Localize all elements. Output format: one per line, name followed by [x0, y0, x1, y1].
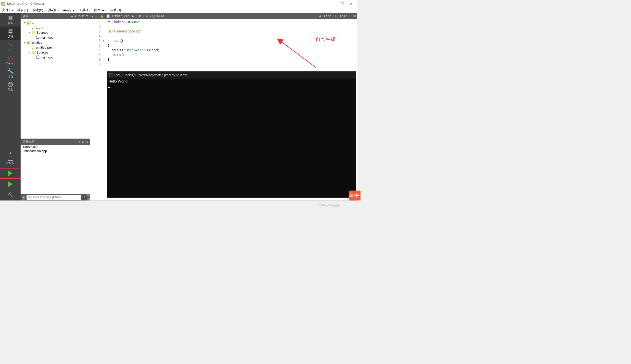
sogou-ime-icon[interactable]: S 中 — [349, 190, 360, 200]
tree-item-label: 1.pro — [36, 26, 43, 30]
console-title-text: F:\qt_1\Tools\QtCreator\bin\qtcreator_pr… — [114, 73, 187, 77]
line-col-indicator[interactable]: Line: 1, Col: 1 — [324, 14, 351, 18]
play-debug-icon — [8, 182, 13, 187]
fold-gutter: ▾ — [103, 19, 106, 200]
tree-item[interactable]: ▾1 — [21, 20, 90, 25]
symbol-hash: # — [146, 14, 148, 18]
tree-item[interactable]: ▾Sources — [21, 50, 90, 55]
line-number-gutter: 12345678910 — [90, 19, 103, 200]
editor-split-button[interactable]: ⊞ — [353, 14, 356, 18]
filter-icon[interactable]: ▼ — [74, 14, 77, 18]
split-icon[interactable]: ⊞ — [82, 140, 84, 144]
tree-item[interactable]: ▾Sources — [21, 30, 90, 35]
annotation-text: 自己生成 — [316, 37, 335, 42]
menu-analyze[interactable]: Analyze — [63, 8, 74, 12]
tree-item[interactable]: ▾untitled — [21, 40, 90, 45]
project-tree: ▾11.pro▾Sourcesmain.cpp▾untitleduntitled… — [21, 19, 90, 138]
search-icon: 🔍 — [28, 196, 32, 199]
mode-welcome[interactable]: ▦ 欢迎 — [0, 13, 21, 26]
opendoc-item[interactable]: untitled/main.cpp — [21, 149, 90, 153]
menu-tools[interactable]: 工具(T) — [79, 8, 90, 12]
project-folder-icon — [28, 41, 31, 44]
console-output-text: Hello World! — [108, 79, 129, 83]
run-debug-button[interactable] — [0, 179, 21, 190]
open-documents-list: 1/main.cpp untitled/main.cpp — [21, 145, 90, 194]
document-icon: ▤ — [8, 28, 13, 34]
menu-file[interactable]: 文件(F) — [2, 8, 13, 12]
menu-edit[interactable]: 编辑(E) — [17, 8, 28, 12]
link-icon[interactable]: ⧉ — [79, 14, 81, 18]
editor-toolbar: ◂ ▸ 🔓 1/main.cpp ≑ | ✕ | # <选择符号> ≑ Line… — [90, 13, 357, 19]
tree-item[interactable]: untitled.pro — [21, 45, 90, 50]
editor-close-button[interactable]: ✕ — [139, 14, 141, 18]
window-title: 1/main.cpp @ 1 - Qt Creator — [7, 2, 44, 6]
dropdown-icon[interactable]: ≑ — [71, 14, 73, 18]
run-button[interactable] — [0, 168, 21, 179]
titlebar: Qt 1/main.cpp @ 1 - Qt Creator — ☐ ✕ — [0, 0, 357, 7]
opendocs-panel-header: 打开文档 ≑ ⊞ ⊡ — [21, 139, 90, 145]
watermark: CSDN @不要咖啡 — [319, 204, 341, 208]
console-window: F:\qt_1\Tools\QtCreator\bin\qtcreator_pr… — [107, 71, 356, 198]
console-output: Hello World! — [107, 78, 356, 198]
mode-debug-label: Debug — [7, 62, 14, 65]
wrench-icon: 🔧 — [8, 68, 14, 74]
build-button[interactable]: 🔨 — [0, 190, 21, 200]
lock-icon[interactable]: 🔓 — [100, 14, 105, 18]
projects-panel-header: 项目 ≑ ▼ ⧉ ⊞ ⊡ — [21, 13, 90, 19]
grid-icon: ▦ — [8, 14, 13, 20]
symbol-selector[interactable]: <选择符号> — [150, 14, 165, 18]
file-dropdown-icon[interactable]: ≑ — [131, 14, 134, 18]
console-titlebar[interactable]: F:\qt_1\Tools\QtCreator\bin\qtcreator_pr… — [107, 72, 356, 78]
menu-help[interactable]: 帮助(H) — [110, 8, 121, 12]
mode-welcome-label: 欢迎 — [8, 21, 13, 25]
side-panel: 项目 ≑ ▼ ⧉ ⊞ ⊡ ▾11.pro▾Sourcesmain.cpp▾unt… — [21, 13, 90, 200]
kit-selector[interactable]: Debug ▸ — [7, 156, 14, 168]
panel-close-icon[interactable]: ⊡ — [86, 140, 88, 144]
console-cursor — [108, 87, 110, 88]
open-documents-panel: 打开文档 ≑ ⊞ ⊡ 1/main.cpp untitled/main.cpp — [21, 138, 90, 194]
tree-item-label: Sources — [37, 50, 48, 54]
mode-bar: ▦ 欢迎 ▤ 编辑 ✎ 设计 🐞 Debug 🔧 项目 ? 帮助 — [0, 13, 21, 200]
cpp-file-icon — [107, 14, 110, 18]
tree-item-label: Sources — [37, 31, 48, 34]
nav-back-button[interactable]: ◂ — [91, 14, 94, 18]
opendoc-item[interactable]: 1/main.cpp — [21, 145, 90, 149]
issues-button[interactable]: 1 问题 — [83, 193, 90, 202]
tree-item[interactable]: main.cpp — [21, 35, 90, 40]
nav-forward-button[interactable]: ▸ — [96, 14, 98, 18]
menu-debug[interactable]: 调试(D) — [48, 8, 59, 12]
minimize-button[interactable]: — — [331, 2, 335, 6]
maximize-button[interactable]: ☐ — [341, 2, 344, 6]
tree-item[interactable]: main.cpp — [21, 55, 90, 60]
chevron-right-icon: ▸ — [10, 164, 11, 167]
mode-debug[interactable]: 🐞 Debug — [0, 53, 21, 67]
play-icon — [8, 170, 13, 176]
tree-item[interactable]: 1.pro — [21, 25, 90, 30]
cpp-file-icon — [37, 36, 40, 39]
mode-edit-label: 编辑 — [8, 35, 13, 38]
split-icon[interactable]: ⊞ — [82, 14, 84, 18]
mode-projects[interactable]: 🔧 项目 — [0, 67, 21, 80]
locator-placeholder: Type to locate (Ctrl+K) — [33, 196, 63, 199]
dropdown-icon[interactable]: ≑ — [78, 140, 81, 144]
mode-help[interactable]: ? 帮助 — [0, 80, 21, 94]
editor-filename[interactable]: 1/main.cpp — [112, 14, 129, 18]
tree-item-label: 1 — [32, 21, 34, 24]
locator-input[interactable]: 🔍 Type to locate (Ctrl+K) — [27, 195, 81, 200]
pro-file-icon — [32, 46, 35, 49]
tree-item-label: untitled.pro — [36, 46, 52, 49]
menu-build[interactable]: 构建(B) — [33, 8, 43, 12]
panel-close-icon[interactable]: ⊡ — [86, 14, 88, 18]
console-minimize-button[interactable]: — — [351, 73, 354, 77]
close-button[interactable]: ✕ — [350, 2, 353, 6]
project-folder-icon — [28, 21, 31, 24]
mode-edit[interactable]: ▤ 编辑 — [0, 26, 21, 40]
qt-icon: Qt — [1, 2, 5, 6]
mode-help-label: 帮助 — [8, 88, 13, 92]
kit-project-label: 1 — [0, 150, 21, 156]
tree-item-label: main.cpp — [41, 36, 54, 40]
toggle-sidebar-button[interactable]: ◧ — [22, 195, 25, 200]
menu-widgets[interactable]: 控件(W) — [94, 8, 106, 12]
pro-file-icon — [32, 26, 35, 29]
symbol-dropdown-icon[interactable]: ≑ — [319, 14, 322, 18]
